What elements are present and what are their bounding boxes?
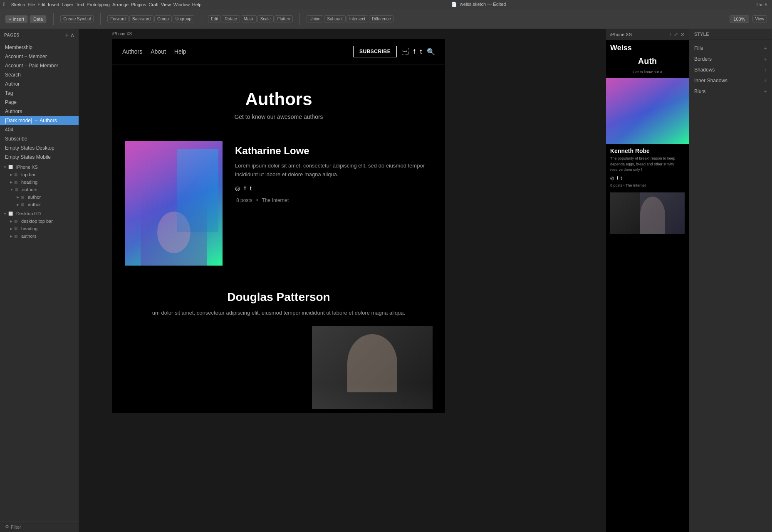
tree-desktop-top-bar[interactable]: ▶ ▦ desktop top bar xyxy=(0,217,79,225)
apple-icon:  xyxy=(3,1,5,7)
inner-shadows-row[interactable]: Inner Shadows + xyxy=(689,75,772,86)
preview-expand-icon[interactable]: ⤢ xyxy=(674,32,678,37)
difference-button[interactable]: Difference xyxy=(369,15,393,22)
fills-add-icon[interactable]: + xyxy=(764,45,767,52)
tree-top-bar[interactable]: ▶ ▦ top bar xyxy=(0,171,79,178)
nav-right: SUBSCRIBE  f t 🔍 xyxy=(353,46,435,57)
edit-button[interactable]: Edit xyxy=(208,15,221,22)
style-panel: Fills + Borders + Shadows + Inner Shadow… xyxy=(689,39,772,100)
borders-row[interactable]: Borders + xyxy=(689,54,772,64)
author1-twitter-icon[interactable]: t xyxy=(250,185,252,192)
collapse-icon[interactable]: ∧ xyxy=(70,32,74,38)
subtract-button[interactable]: Subtract xyxy=(324,15,345,22)
tree-desktop-authors[interactable]: ▶ ▦ authors xyxy=(0,232,79,240)
union-button[interactable]: Union xyxy=(307,15,323,22)
text-menu[interactable]: Text xyxy=(76,2,84,7)
tree-iphone-xs[interactable]: ▼ ⬜ iPhone XS xyxy=(0,163,79,171)
sidebar-item-subscribe[interactable]: Subscribe xyxy=(0,134,79,143)
sidebar-item-account-paid[interactable]: Account – Paid Member xyxy=(0,61,79,70)
subscribe-button[interactable]: SUBSCRIBE xyxy=(353,46,397,57)
intersect-button[interactable]: Intersect xyxy=(346,15,368,22)
sidebar-item-empty-mobile[interactable]: Empty States Mobile xyxy=(0,153,79,162)
date-display: Thu 5, xyxy=(756,2,769,7)
preview-kenneth-rss[interactable]: ◎ xyxy=(610,175,614,181)
sidebar-item-dark-mode-authors[interactable]: [Dark mode] → Authors xyxy=(0,116,79,125)
sidebar-item-tag[interactable]: Tag xyxy=(0,89,79,98)
backward-button[interactable]: Backward xyxy=(129,15,153,22)
tree-authors[interactable]: ▼ ▦ authors xyxy=(0,186,79,193)
sidebar-item-author[interactable]: Author xyxy=(0,79,79,89)
tree-heading[interactable]: ▶ ▦ heading xyxy=(0,178,79,186)
author1-facebook-icon[interactable]: f xyxy=(244,185,246,192)
search-icon[interactable]: 🔍 xyxy=(427,48,435,56)
borders-add-icon[interactable]: + xyxy=(764,56,767,62)
zoom-display[interactable]: 100% xyxy=(730,15,749,23)
craft-menu[interactable]: Craft xyxy=(148,2,158,7)
sidebar-item-account-member[interactable]: Account – Member xyxy=(0,52,79,61)
tree-desktop-heading[interactable]: ▶ ▦ heading xyxy=(0,225,79,232)
author1-rss-icon[interactable]: ◎ xyxy=(235,185,240,192)
group-icon-desktop-topbar: ▦ xyxy=(14,219,18,223)
canvas-area[interactable]: iPhone XS Authors About Help SUBSCRIBE … xyxy=(79,29,606,532)
tree-author-1[interactable]: ▶ ▦ author xyxy=(0,193,79,201)
tree-author-2[interactable]: ▶ ▦ author xyxy=(0,201,79,208)
sidebar-item-search[interactable]: Search xyxy=(0,70,79,79)
preview-kenneth-fb[interactable]: f xyxy=(617,175,618,181)
titlebar-right: Thu 5, xyxy=(756,2,769,7)
filter-button[interactable]: ⚙ Filter xyxy=(0,521,79,532)
window-menu[interactable]: Window xyxy=(173,2,190,7)
forward-button[interactable]: Forward xyxy=(107,15,129,22)
inner-shadows-add-icon[interactable]: + xyxy=(764,77,767,84)
sidebar-item-empty-desktop[interactable]: Empty States Desktop xyxy=(0,143,79,153)
insert-menu[interactable]: Insert xyxy=(48,2,59,7)
mask-button[interactable]: Mask xyxy=(241,15,257,22)
data-button[interactable]: Data xyxy=(30,15,47,23)
group-icon-heading: ▦ xyxy=(14,180,18,184)
blurs-add-icon[interactable]: + xyxy=(764,88,767,95)
arrange-menu[interactable]: Arrange xyxy=(112,2,129,7)
twitter-icon[interactable]: t xyxy=(420,48,422,55)
blurs-row[interactable]: Blurs + xyxy=(689,86,772,97)
shadows-add-icon[interactable]: + xyxy=(764,66,767,73)
create-symbol-section: Create Symbol xyxy=(60,15,94,22)
author1-social: ◎ f t xyxy=(235,185,433,192)
preview-kenneth-tw[interactable]: t xyxy=(621,175,622,181)
fills-row[interactable]: Fills + xyxy=(689,43,772,54)
plugins-menu[interactable]: Plugins xyxy=(131,2,146,7)
facebook-icon[interactable]:  xyxy=(402,48,408,55)
sidebar-item-404[interactable]: 404 xyxy=(0,125,79,134)
nav-link-help[interactable]: Help xyxy=(174,48,186,55)
add-page-icon[interactable]: + xyxy=(65,32,69,38)
view-button[interactable]: View xyxy=(752,15,767,22)
file-menu[interactable]: File xyxy=(27,2,35,7)
shadows-row[interactable]: Shadows + xyxy=(689,64,772,75)
nav-link-authors[interactable]: Authors xyxy=(122,48,142,55)
rotate-button[interactable]: Rotate xyxy=(222,15,240,22)
help-menu[interactable]: Help xyxy=(192,2,202,7)
titlebar:  Sketch File Edit Insert Layer Text Pro… xyxy=(0,0,772,9)
view-menu-title[interactable]: View xyxy=(161,2,171,7)
prototyping-menu[interactable]: Prototyping xyxy=(87,2,110,7)
preview-close-icon[interactable]: ✕ xyxy=(680,32,685,37)
sidebar-item-page[interactable]: Page xyxy=(0,98,79,107)
preview-upload-icon[interactable]: ↑ xyxy=(669,32,671,37)
nav-link-about[interactable]: About xyxy=(151,48,166,55)
scale-button[interactable]: Scale xyxy=(257,15,274,22)
layer-menu[interactable]: Layer xyxy=(62,2,74,7)
insert-button[interactable]: + Insert xyxy=(5,15,28,23)
flatten-button[interactable]: Flatten xyxy=(275,15,293,22)
edit-menu[interactable]: Edit xyxy=(37,2,45,7)
sidebar-item-authors[interactable]: Authors xyxy=(0,107,79,116)
tree-desktop-hd[interactable]: ▼ ⬜ Desktop HD xyxy=(0,210,79,217)
preview-kenneth-section: Kenneth Robe The popularity of breakf re… xyxy=(606,144,689,191)
sketch-menu[interactable]: Sketch xyxy=(11,2,25,7)
toolbar-sep-3 xyxy=(201,13,201,25)
group-icon-desktop-heading: ▦ xyxy=(14,227,18,231)
group-button[interactable]: Group xyxy=(154,15,172,22)
group-icon-author1: ▦ xyxy=(21,195,25,199)
ungroup-button[interactable]: Ungroup xyxy=(173,15,194,22)
facebook-icon-f[interactable]: f xyxy=(413,48,415,55)
preview-header-icons: ↑ ⤢ ✕ xyxy=(669,32,685,37)
sidebar-item-membership[interactable]: Membership xyxy=(0,43,79,52)
create-symbol-button[interactable]: Create Symbol xyxy=(60,15,94,22)
